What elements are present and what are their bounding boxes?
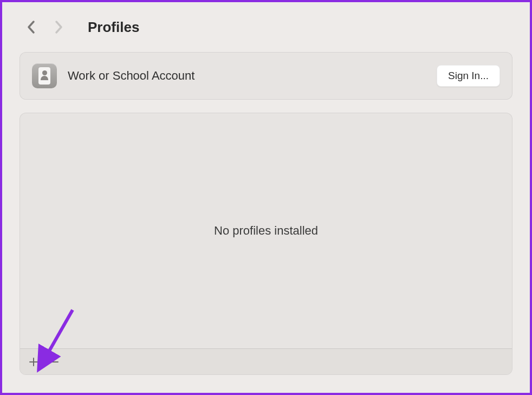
profiles-panel: No profiles installed: [20, 113, 512, 375]
account-card: Work or School Account Sign In...: [20, 52, 512, 100]
back-button[interactable]: [24, 17, 39, 37]
chevron-right-icon: [53, 20, 64, 35]
account-label: Work or School Account: [68, 69, 426, 83]
forward-button[interactable]: [51, 17, 66, 37]
remove-profile-button[interactable]: [44, 352, 65, 372]
minus-icon: [50, 357, 60, 367]
signin-button[interactable]: Sign In...: [437, 65, 500, 87]
chevron-left-icon: [26, 20, 37, 35]
page-title: Profiles: [88, 19, 139, 36]
add-profile-button[interactable]: [23, 352, 44, 372]
header: Profiles: [2, 2, 530, 48]
profiles-content: No profiles installed: [20, 113, 512, 348]
profiles-footer: [20, 348, 512, 374]
empty-state-text: No profiles installed: [214, 224, 318, 238]
plus-icon: [29, 357, 38, 367]
profile-badge-icon: [32, 63, 57, 88]
